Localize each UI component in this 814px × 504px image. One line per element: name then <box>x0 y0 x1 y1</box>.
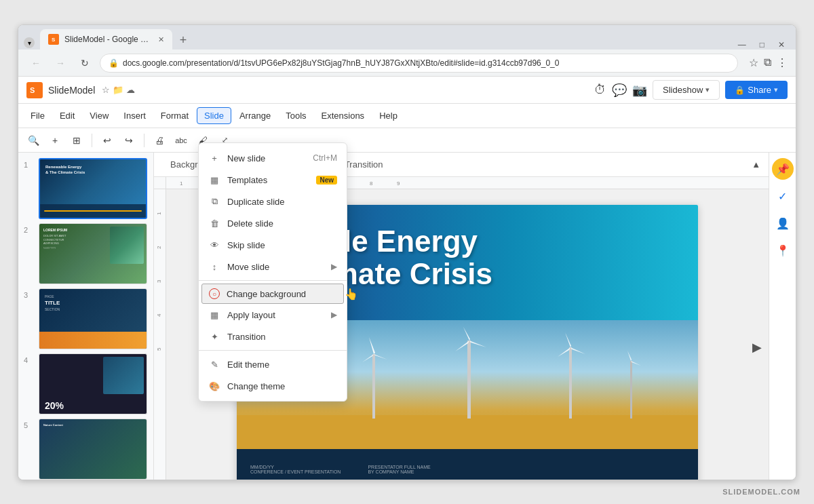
menu-slide[interactable]: Slide <box>197 107 231 124</box>
menu-change-background[interactable]: ○ Change background 👆 <box>201 284 344 304</box>
slide-thumbnail-1[interactable]: Renewable Energy& The Climate Crisis <box>39 158 147 219</box>
tab-favicon: S <box>48 34 59 45</box>
menu-delete-slide[interactable]: 🗑 Delete slide <box>199 212 347 234</box>
close-properties-button[interactable]: ▲ <box>752 159 760 170</box>
more-icon[interactable]: ⋮ <box>777 56 788 69</box>
menu-view[interactable]: View <box>83 108 115 123</box>
edit-theme-label: Edit theme <box>227 360 337 370</box>
slideshow-dropdown-icon[interactable]: ▾ <box>705 85 710 94</box>
share-button[interactable]: 🔒 Share ▾ <box>725 81 788 99</box>
menu-extensions[interactable]: Extensions <box>315 108 372 123</box>
refresh-button[interactable]: ↻ <box>75 54 94 73</box>
right-icon-tasks[interactable]: ✓ <box>772 185 794 207</box>
slide-item-3[interactable]: 3 PAGE TITLE SECTION <box>24 288 148 349</box>
svg-marker-21 <box>374 354 387 360</box>
insert-image-button[interactable]: ⊞ <box>67 131 86 150</box>
folder-icon[interactable]: 📁 <box>113 85 123 95</box>
app-title-icons: ☆ 📁 ☁ <box>102 85 135 95</box>
svg-marker-29 <box>570 347 585 354</box>
svg-marker-25 <box>469 341 486 347</box>
svg-text:3: 3 <box>156 279 162 283</box>
cursor-hand-icon: 👆 <box>345 288 358 301</box>
move-label: Move slide <box>227 262 324 272</box>
slide-item-4[interactable]: 4 20% <box>24 353 148 414</box>
menu-file[interactable]: File <box>24 108 52 123</box>
svg-text:8: 8 <box>370 180 373 187</box>
watermark: SLIDEMODEL.COM <box>722 488 800 496</box>
minimize-button[interactable]: — <box>738 40 746 50</box>
url-bar[interactable]: 🔒 docs.google.com/presentation/d/1tsvUPG… <box>100 54 738 73</box>
window-controls: — □ ✕ <box>738 40 796 50</box>
menu-skip-slide[interactable]: 👁 Skip slide <box>199 234 347 256</box>
tab-list-button[interactable]: ▾ <box>24 37 35 48</box>
app-bar: S SlideModel ☆ 📁 ☁ ⏱ 💬 📷 Slideshow ▾ 🔒 S… <box>18 77 796 104</box>
menu-templates[interactable]: ▦ Templates New <box>199 169 347 191</box>
menu-move-slide[interactable]: ↕ Move slide ▶ <box>199 256 347 277</box>
slideshow-label: Slideshow <box>663 85 703 95</box>
slide-thumbnail-3[interactable]: PAGE TITLE SECTION <box>39 288 147 349</box>
slide-item-1[interactable]: 1 Renewable Energy& The Climate Crisis <box>24 158 148 219</box>
right-icon-notes[interactable]: 📌 <box>772 158 794 180</box>
share-dropdown-icon[interactable]: ▾ <box>774 85 778 94</box>
expand-right-button[interactable]: ▶ <box>752 340 762 355</box>
zoom-out-button[interactable]: 🔍 <box>24 131 43 150</box>
bookmark-icon[interactable]: ☆ <box>749 56 758 69</box>
maximize-button[interactable]: □ <box>760 40 764 50</box>
apply-layout-icon: ▦ <box>208 309 220 321</box>
templates-icon: ▦ <box>208 174 220 186</box>
menu-edit-theme[interactable]: ✎ Edit theme <box>199 353 347 375</box>
undo-button[interactable]: ↩ <box>98 131 117 150</box>
new-slide-icon: + <box>208 152 220 164</box>
duplicate-icon: ⧉ <box>208 195 220 208</box>
menu-format[interactable]: Format <box>154 108 195 123</box>
spell-button[interactable]: abc <box>172 131 191 150</box>
svg-marker-28 <box>565 332 571 347</box>
separator-1 <box>199 280 347 281</box>
menu-apply-layout[interactable]: ▦ Apply layout ▶ <box>199 304 347 326</box>
toolbar: 🔍 + ⊞ ↩ ↪ 🖨 abc 🖌 ⤢ <box>18 128 796 153</box>
menu-arrange[interactable]: Arrange <box>233 108 277 123</box>
change-theme-icon: 🎨 <box>208 380 220 392</box>
menu-transition[interactable]: ✦ Transition <box>199 326 347 347</box>
forward-button[interactable]: → <box>51 54 70 73</box>
back-button[interactable]: ← <box>26 54 45 73</box>
menu-tools[interactable]: Tools <box>279 108 313 123</box>
slide-thumbnail-2[interactable]: LOREM IPSUM DOLOR SIT AMET CONSECTETUR A… <box>39 223 147 284</box>
close-button[interactable]: ✕ <box>778 40 785 50</box>
slide-item-5[interactable]: 5 Nature Content <box>24 419 148 480</box>
menu-help[interactable]: Help <box>372 108 404 123</box>
redo-button[interactable]: ↪ <box>119 131 138 150</box>
print-button[interactable]: 🖨 <box>150 131 169 150</box>
add-button[interactable]: + <box>45 131 64 150</box>
active-tab[interactable]: S SlideModel - Google Slides ✕ <box>40 29 172 50</box>
slideshow-button[interactable]: Slideshow ▾ <box>653 80 720 100</box>
svg-rect-18 <box>237 415 698 449</box>
slide-thumbnail-5[interactable]: Nature Content <box>39 419 147 480</box>
star-icon[interactable]: ☆ <box>102 85 110 95</box>
right-icon-maps[interactable]: 📍 <box>772 239 794 261</box>
comment-icon[interactable]: 💬 <box>612 83 627 98</box>
transition-label: Transition <box>227 332 337 342</box>
camera-icon[interactable]: 📷 <box>632 83 647 98</box>
menu-duplicate-slide[interactable]: ⧉ Duplicate slide <box>199 191 347 212</box>
slide-item-2[interactable]: 2 LOREM IPSUM DOLOR SIT AMET CONSECTETUR… <box>24 223 148 284</box>
separator-2 <box>199 350 347 351</box>
svg-rect-27 <box>569 347 572 419</box>
svg-marker-30 <box>558 347 570 357</box>
tab-close-button[interactable]: ✕ <box>158 35 164 44</box>
slide-thumbnail-4[interactable]: 20% <box>39 353 147 414</box>
history-icon[interactable]: ⏱ <box>594 83 606 97</box>
extensions-icon[interactable]: ⧉ <box>764 56 771 69</box>
menu-new-slide[interactable]: + New slide Ctrl+M <box>199 147 347 169</box>
slide-number-5: 5 <box>24 421 35 429</box>
ruler-vertical: 1 2 3 4 5 <box>154 189 166 480</box>
slide-dropdown-menu: + New slide Ctrl+M ▦ Templates New ⧉ Dup… <box>198 142 347 402</box>
new-tab-button[interactable]: + <box>174 31 193 50</box>
menu-change-theme[interactable]: 🎨 Change theme <box>199 375 347 397</box>
main-area: 1 Renewable Energy& The Climate Crisis 2… <box>18 153 796 480</box>
move-icon: ↕ <box>208 260 220 273</box>
right-icon-contacts[interactable]: 👤 <box>772 212 794 234</box>
menu-edit[interactable]: Edit <box>53 108 81 123</box>
cloud-icon[interactable]: ☁ <box>126 85 135 95</box>
menu-insert[interactable]: Insert <box>117 108 153 123</box>
